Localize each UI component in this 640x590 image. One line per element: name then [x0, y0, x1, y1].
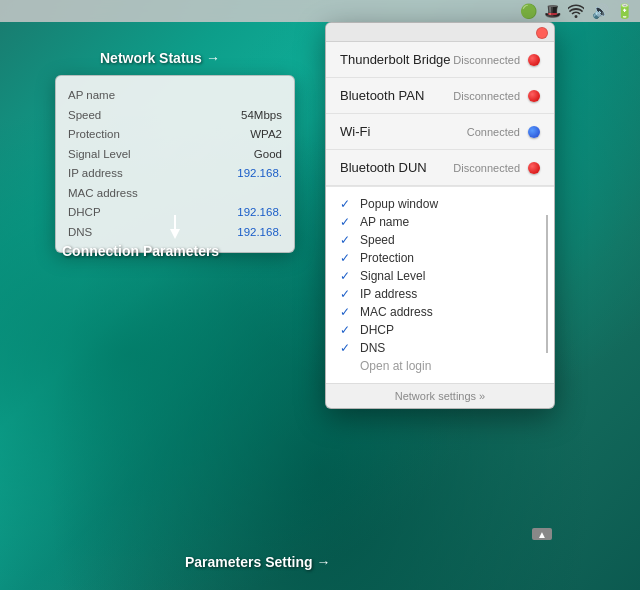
- network-status-label: Network Status: [100, 50, 202, 66]
- speed-setting-label: Speed: [360, 233, 395, 247]
- svg-marker-1: [170, 229, 180, 239]
- mac-address-setting-label: MAC address: [360, 305, 433, 319]
- bluetooth-dun-dot: [528, 162, 540, 174]
- settings-dns[interactable]: ✓ DNS: [326, 339, 504, 357]
- speed-row: Speed 54Mbps: [68, 106, 282, 126]
- signal-label: Signal Level: [68, 145, 131, 165]
- network-item-thunderbolt[interactable]: Thunderbolt Bridge Disconnected: [326, 42, 554, 78]
- panel-close-row: [326, 23, 554, 42]
- settings-dhcp[interactable]: ✓ DHCP: [326, 321, 504, 339]
- speed-check: ✓: [340, 233, 354, 247]
- network-item-bluetooth-pan[interactable]: Bluetooth PAN Disconnected: [326, 78, 554, 114]
- dhcp-setting-label: DHCP: [360, 323, 394, 337]
- ap-name-row: AP name: [68, 86, 282, 106]
- open-at-login-check: ✓: [340, 359, 354, 373]
- thunderbolt-bridge-dot: [528, 54, 540, 66]
- dns-check: ✓: [340, 341, 354, 355]
- speed-label: Speed: [68, 106, 101, 126]
- connection-params-arrow: [168, 215, 182, 243]
- ap-name-setting-label: AP name: [360, 215, 409, 229]
- thunderbolt-bridge-name: Thunderbolt Bridge: [340, 52, 453, 67]
- popup-panel: Thunderbolt Bridge Disconnected Bluetoot…: [325, 22, 555, 409]
- settings-ip-address[interactable]: ✓ IP address: [326, 285, 504, 303]
- bluetooth-dun-name: Bluetooth DUN: [340, 160, 453, 175]
- ip-row: IP address 192.168.: [68, 164, 282, 184]
- mac-address-check: ✓: [340, 305, 354, 319]
- settings-signal-level[interactable]: ✓ Signal Level: [326, 267, 504, 285]
- settings-popup-window[interactable]: ✓ Popup window: [326, 195, 504, 213]
- ip-label: IP address: [68, 164, 123, 184]
- params-setting-label: Parameters Setting: [185, 554, 313, 570]
- battery-icon: 🔋: [616, 3, 632, 19]
- dhcp-label: DHCP: [68, 203, 101, 223]
- params-setting-area: Parameters Setting →: [185, 554, 331, 570]
- settings-open-at-login[interactable]: ✓ Open at login: [326, 357, 504, 375]
- volume-icon[interactable]: 🔊: [592, 3, 608, 19]
- wifi-status: Connected: [467, 126, 520, 138]
- ip-address-check: ✓: [340, 287, 354, 301]
- settings-mac-address[interactable]: ✓ MAC address: [326, 303, 504, 321]
- signal-level-setting-label: Signal Level: [360, 269, 425, 283]
- network-settings-link[interactable]: Network settings »: [326, 383, 554, 408]
- popup-window-label: Popup window: [360, 197, 438, 211]
- bluetooth-pan-dot: [528, 90, 540, 102]
- bluetooth-pan-name: Bluetooth PAN: [340, 88, 453, 103]
- settings-protection[interactable]: ✓ Protection: [326, 249, 504, 267]
- dns-label: DNS: [68, 223, 92, 243]
- ip-value: 192.168.: [237, 164, 282, 184]
- dhcp-value: 192.168.: [237, 203, 282, 223]
- protection-row: Protection WPA2: [68, 125, 282, 145]
- signal-row: Signal Level Good: [68, 145, 282, 165]
- params-setting-arrow: →: [317, 554, 331, 570]
- ip-address-setting-label: IP address: [360, 287, 417, 301]
- network-item-bluetooth-dun[interactable]: Bluetooth DUN Disconnected: [326, 150, 554, 186]
- ap-name-label: AP name: [68, 86, 115, 106]
- protection-check: ✓: [340, 251, 354, 265]
- mac-label: MAC address: [68, 184, 138, 204]
- dns-value: 192.168.: [237, 223, 282, 243]
- hat-icon: 🎩: [544, 3, 560, 19]
- popup-window-check: ✓: [340, 197, 354, 211]
- wifi-dot: [528, 126, 540, 138]
- wifi-name: Wi-Fi: [340, 124, 467, 139]
- signal-level-check: ✓: [340, 269, 354, 283]
- mac-row: MAC address: [68, 184, 282, 204]
- network-item-wifi[interactable]: Wi-Fi Connected: [326, 114, 554, 150]
- desktop: 🟢 🎩 🔊 🔋 Network Status → AP name Speed 5…: [0, 0, 640, 590]
- bluetooth-dun-status: Disconnected: [453, 162, 520, 174]
- close-button[interactable]: [536, 27, 548, 39]
- connection-params-label: Connection Parameters: [62, 242, 219, 260]
- signal-value: Good: [254, 145, 282, 165]
- thunderbolt-bridge-status: Disconnected: [453, 54, 520, 66]
- protection-setting-label: Protection: [360, 251, 414, 265]
- protection-label: Protection: [68, 125, 120, 145]
- open-at-login-label: Open at login: [360, 359, 431, 373]
- settings-ap-name[interactable]: ✓ AP name: [326, 213, 504, 231]
- dns-setting-label: DNS: [360, 341, 385, 355]
- protection-value: WPA2: [250, 125, 282, 145]
- menubar: 🟢 🎩 🔊 🔋: [0, 0, 640, 22]
- wifi-icon[interactable]: [568, 3, 584, 19]
- dhcp-check: ✓: [340, 323, 354, 337]
- bluetooth-pan-status: Disconnected: [453, 90, 520, 102]
- network-status-arrow: →: [206, 50, 220, 66]
- wifi-bracket: [546, 215, 548, 353]
- scroll-indicator[interactable]: ▲: [532, 528, 552, 540]
- ap-name-check: ✓: [340, 215, 354, 229]
- circle-icon: 🟢: [520, 3, 536, 19]
- settings-speed[interactable]: ✓ Speed: [326, 231, 504, 249]
- settings-panel: ✓ Popup window ✓ AP name ✓ Speed ✓ Prote…: [326, 186, 554, 408]
- speed-value: 54Mbps: [241, 106, 282, 126]
